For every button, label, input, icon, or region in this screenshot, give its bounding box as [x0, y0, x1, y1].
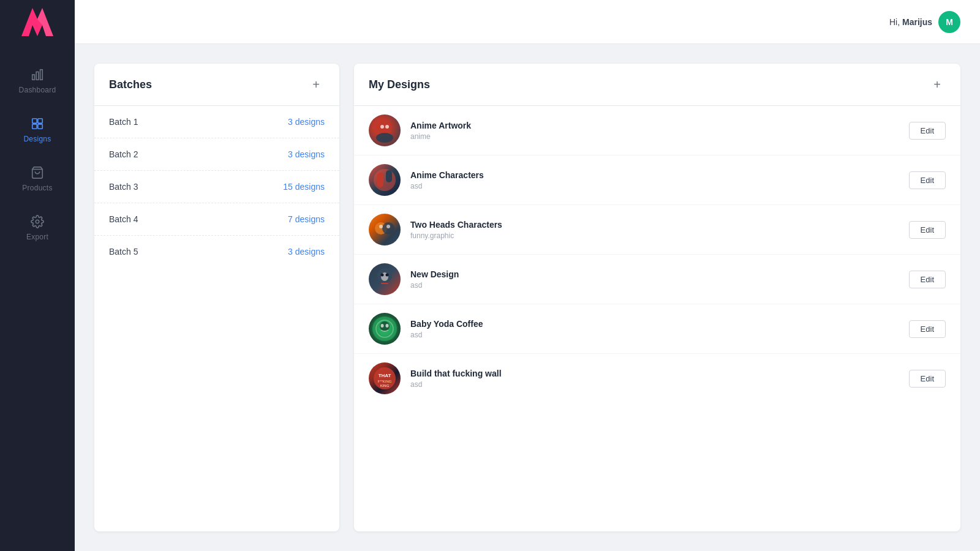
list-item[interactable]: Batch 1 3 designs — [94, 106, 339, 138]
design-name: Anime Characters — [410, 170, 899, 180]
cart-icon — [30, 165, 45, 180]
list-item[interactable]: Batch 3 15 designs — [94, 171, 339, 203]
thumb-image-icon — [369, 114, 401, 146]
svg-rect-7 — [32, 124, 37, 129]
svg-rect-5 — [32, 119, 37, 123]
svg-text:THAT: THAT — [379, 373, 391, 378]
svg-point-12 — [376, 133, 393, 143]
list-item[interactable]: Batch 2 3 designs — [94, 138, 339, 171]
edit-design-button[interactable]: Edit — [909, 122, 946, 140]
svg-rect-24 — [381, 283, 388, 284]
design-list: Anime Artwork anime Edit Anime C — [354, 106, 960, 403]
batch-count: 3 designs — [288, 117, 325, 127]
list-item: Anime Characters asd Edit — [354, 156, 960, 205]
batch-count: 15 designs — [283, 182, 325, 192]
batch-count: 3 designs — [288, 247, 325, 257]
edit-design-button[interactable]: Edit — [909, 370, 946, 388]
batches-card: Batches + Batch 1 3 designs Batch 2 3 de… — [94, 64, 339, 531]
design-thumbnail — [369, 114, 401, 146]
design-tag: funny.graphic — [410, 231, 899, 240]
sidebar-item-products[interactable]: Products — [0, 154, 75, 203]
add-batch-button[interactable]: + — [307, 76, 325, 93]
svg-point-25 — [381, 274, 384, 277]
svg-rect-4 — [40, 70, 43, 80]
list-item: THAT F**KING KING Build that fucking wal… — [354, 354, 960, 403]
sidebar-item-designs-label: Designs — [23, 135, 51, 143]
svg-rect-2 — [32, 75, 35, 80]
sidebar-nav: Dashboard Designs Products Export — [0, 56, 75, 252]
greeting-text: Hi, Marijus — [889, 17, 932, 27]
design-tag: asd — [410, 281, 899, 290]
design-thumbnail — [369, 214, 401, 246]
svg-point-26 — [386, 274, 389, 277]
sidebar-item-dashboard[interactable]: Dashboard — [0, 56, 75, 105]
list-item: Two Heads Characters funny.graphic Edit — [354, 205, 960, 255]
design-thumbnail — [369, 164, 401, 196]
header: Hi, Marijus M — [75, 0, 980, 44]
logo — [0, 0, 75, 44]
svg-rect-17 — [386, 170, 392, 182]
svg-point-21 — [386, 225, 390, 228]
design-info: Anime Characters asd — [410, 170, 899, 190]
list-item[interactable]: Batch 5 3 designs — [94, 236, 339, 268]
design-thumbnail — [369, 313, 401, 345]
thumb-image-icon — [369, 313, 401, 345]
design-name: Anime Artwork — [410, 121, 899, 130]
sidebar-item-designs[interactable]: Designs — [0, 105, 75, 154]
svg-rect-16 — [377, 173, 383, 187]
designs-card-header: My Designs + — [354, 64, 960, 106]
design-info: Build that fucking wall asd — [410, 369, 899, 389]
design-info: Two Heads Characters funny.graphic — [410, 220, 899, 240]
design-name: Baby Yoda Coffee — [410, 319, 899, 329]
batch-name: Batch 2 — [109, 149, 138, 159]
brand-logo-icon — [21, 8, 53, 36]
edit-design-button[interactable]: Edit — [909, 271, 946, 288]
add-design-button[interactable]: + — [929, 76, 946, 93]
chart-bar-icon — [30, 67, 45, 82]
sidebar-item-products-label: Products — [22, 184, 52, 192]
list-item[interactable]: Batch 4 7 designs — [94, 203, 339, 236]
edit-design-button[interactable]: Edit — [909, 221, 946, 239]
sidebar-item-export[interactable]: Export — [0, 203, 75, 252]
design-tag: asd — [410, 331, 899, 339]
batch-count: 3 designs — [288, 149, 325, 159]
design-tag: asd — [410, 380, 899, 389]
thumb-image-icon — [369, 164, 401, 196]
svg-point-30 — [381, 324, 384, 328]
batches-card-header: Batches + — [94, 64, 339, 106]
sidebar-item-export-label: Export — [26, 233, 48, 241]
main-area: Hi, Marijus M Batches + Batch 1 3 design… — [75, 0, 980, 551]
design-info: Anime Artwork anime — [410, 121, 899, 141]
design-name: Two Heads Characters — [410, 220, 899, 230]
svg-rect-3 — [36, 72, 39, 80]
batch-name: Batch 5 — [109, 247, 138, 257]
design-name: Build that fucking wall — [410, 369, 899, 378]
svg-point-20 — [379, 225, 383, 228]
svg-point-31 — [386, 324, 389, 328]
svg-rect-6 — [38, 119, 42, 123]
thumb-image-icon — [369, 263, 401, 295]
sidebar-item-dashboard-label: Dashboard — [19, 86, 56, 94]
batch-name: Batch 3 — [109, 182, 138, 192]
svg-point-10 — [36, 220, 39, 223]
edit-design-button[interactable]: Edit — [909, 171, 946, 189]
svg-rect-15 — [374, 169, 396, 191]
design-name: New Design — [410, 269, 899, 279]
list-item: Baby Yoda Coffee asd Edit — [354, 304, 960, 354]
content-area: Batches + Batch 1 3 designs Batch 2 3 de… — [75, 44, 980, 551]
designs-title: My Designs — [369, 78, 430, 91]
avatar: M — [938, 11, 960, 33]
list-item: Anime Artwork anime Edit — [354, 106, 960, 156]
batch-list: Batch 1 3 designs Batch 2 3 designs Batc… — [94, 106, 339, 268]
batch-count: 7 designs — [288, 214, 325, 224]
design-tag: anime — [410, 132, 899, 141]
design-tag: asd — [410, 182, 899, 190]
svg-text:KING: KING — [380, 384, 390, 388]
thumb-image-icon: THAT F**KING KING — [369, 362, 401, 394]
settings-icon — [30, 214, 45, 229]
design-thumbnail — [369, 263, 401, 295]
svg-rect-8 — [38, 124, 42, 129]
edit-design-button[interactable]: Edit — [909, 320, 946, 338]
sidebar: Dashboard Designs Products Export — [0, 0, 75, 551]
batch-name: Batch 4 — [109, 214, 138, 224]
